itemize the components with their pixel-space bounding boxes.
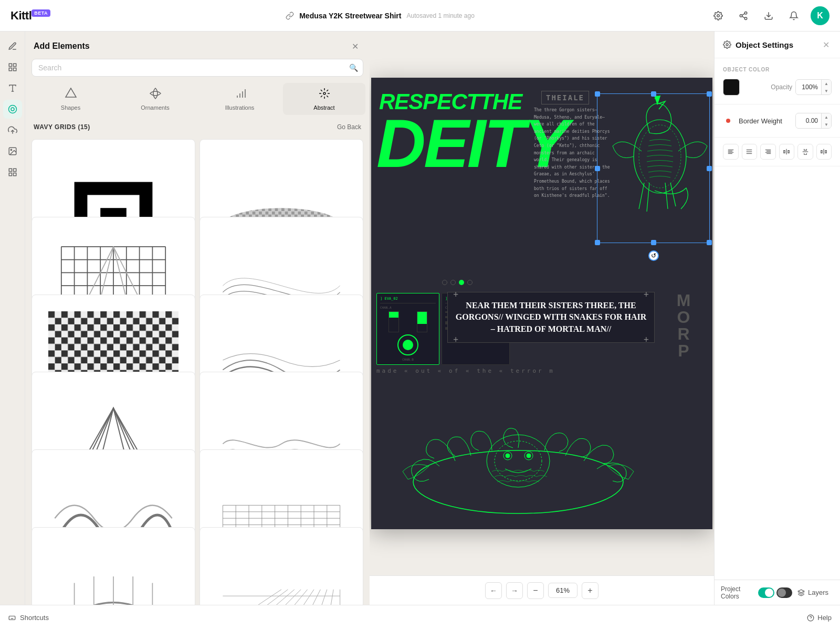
align-left-button[interactable] [723, 144, 739, 160]
svg-marker-121 [798, 590, 804, 593]
color-swatch[interactable] [723, 79, 740, 96]
design-canvas[interactable]: RESPECTTHE THEIALE DEITY The three Gorgo… [371, 78, 712, 529]
abstract-tab[interactable]: Abstract [283, 83, 365, 115]
ornaments-tab[interactable]: Ornaments [114, 83, 196, 115]
opacity-spinner: ▲ ▼ [821, 80, 831, 94]
svg-rect-8 [13, 64, 16, 66]
svg-point-97 [634, 120, 686, 193]
right-panel-close-button[interactable]: ✕ [820, 39, 832, 50]
align-bottom-button[interactable] [816, 144, 832, 160]
shortcuts-button[interactable]: Shortcuts [8, 614, 49, 622]
settings-icon[interactable] [710, 7, 727, 24]
dark-toggle-knob [778, 589, 786, 597]
border-dot-icon [723, 116, 733, 126]
search-input[interactable] [32, 59, 363, 77]
main-bottom-bar: Shortcuts Help [0, 605, 840, 630]
panel-title: Add Elements [34, 41, 90, 51]
prev-page-button[interactable]: ← [485, 582, 502, 599]
medusa-creature [376, 403, 660, 524]
dark-mode-toggle[interactable] [776, 587, 792, 598]
svg-point-22 [323, 92, 326, 94]
edit-tool[interactable] [3, 37, 22, 56]
right-bottom-bar: Project Colors Layers [715, 580, 840, 605]
element-item[interactable] [32, 527, 195, 605]
help-button[interactable]: Help [807, 614, 832, 622]
border-weight-control: ▲ ▼ [795, 113, 832, 129]
color-row: Opacity ▲ ▼ [723, 79, 832, 96]
download-icon[interactable] [760, 7, 777, 24]
shortcuts-label: Shortcuts [20, 614, 49, 622]
opacity-input[interactable] [796, 81, 821, 93]
topbar-center: Medusa Y2K Streetwear Shirt Autosaved 1 … [286, 12, 475, 20]
illustrations-icon [234, 87, 246, 102]
grid-tool[interactable] [3, 163, 22, 182]
text-tool[interactable] [3, 79, 22, 98]
element-item[interactable] [200, 527, 363, 605]
beta-badge: BETA [32, 9, 50, 17]
shapes-tab-label: Shapes [61, 104, 80, 111]
elements-tool[interactable] [3, 100, 22, 119]
svg-point-98 [639, 125, 681, 188]
panel-close-button[interactable]: ✕ [349, 40, 361, 52]
toggle-knob [765, 589, 773, 597]
align-right-button[interactable] [760, 144, 776, 160]
search-icon: 🔍 [349, 64, 358, 72]
canvas-bottom-bar: ← → − 61% + [370, 575, 714, 605]
svg-rect-18 [9, 169, 12, 171]
object-settings-label: Object Settings [736, 40, 793, 49]
illustrations-tab[interactable]: Illustrations [198, 83, 281, 115]
svg-point-13 [8, 106, 16, 113]
detail-text: THEIALE [541, 91, 589, 104]
opacity-decrease[interactable]: ▼ [822, 87, 831, 94]
opacity-increase[interactable]: ▲ [822, 80, 831, 87]
border-increase[interactable]: ▲ [822, 113, 831, 121]
border-weight-input[interactable] [796, 114, 821, 127]
shapes-tab[interactable]: Shapes [29, 83, 112, 115]
layers-label: Layers [808, 589, 828, 596]
user-avatar[interactable]: K [811, 6, 830, 25]
svg-point-100 [487, 435, 550, 487]
align-top-button[interactable] [779, 144, 795, 160]
border-decrease[interactable]: ▼ [822, 121, 831, 128]
zoom-level[interactable]: 61% [548, 583, 578, 598]
share-icon[interactable] [735, 7, 752, 24]
object-color-label: OBJECT COLOR [723, 67, 832, 72]
settings-panel-icon [723, 40, 731, 49]
svg-point-106 [726, 44, 728, 46]
align-center-h-button[interactable] [742, 144, 758, 160]
abstract-tab-label: Abstract [313, 104, 334, 111]
svg-rect-122 [9, 616, 15, 620]
right-panel: Object Settings ✕ OBJECT COLOR Opacity ▲… [714, 32, 840, 605]
next-page-button[interactable]: → [506, 582, 523, 599]
align-center-v-button[interactable] [797, 144, 813, 160]
object-color-section: OBJECT COLOR Opacity ▲ ▼ [715, 58, 840, 104]
layers-button[interactable]: Layers [792, 585, 834, 600]
topbar-right: K [710, 6, 830, 25]
abstract-icon [318, 87, 331, 102]
notification-icon[interactable] [785, 7, 802, 24]
project-title: Medusa Y2K Streetwear Shirt [299, 12, 401, 20]
main-area: Add Elements ✕ 🔍 Shapes Ornaments [0, 32, 840, 605]
project-colors-label: Project Colors [721, 585, 754, 600]
topbar: KittlBETA Medusa Y2K Streetwear Shirt Au… [0, 0, 840, 32]
link-icon [286, 12, 294, 20]
upload-tool[interactable] [3, 121, 22, 140]
project-colors-toggle[interactable] [758, 587, 774, 598]
svg-line-87 [275, 590, 308, 605]
svg-line-4 [742, 16, 744, 18]
right-panel-header: Object Settings ✕ [715, 32, 840, 58]
go-back-button[interactable]: Go Back [337, 123, 361, 131]
svg-point-0 [717, 14, 720, 17]
layers-tool[interactable] [3, 58, 22, 77]
zoom-out-button[interactable]: − [527, 582, 544, 599]
svg-point-105 [527, 454, 531, 458]
border-weight-label: Border Weight [739, 117, 790, 125]
zoom-in-button[interactable]: + [582, 582, 598, 599]
svg-rect-9 [9, 68, 12, 71]
lower-quote: NEAR THEM THEIR SISTERS THREE, THE GORGO… [447, 292, 655, 343]
app-logo[interactable]: KittlBETA [10, 9, 50, 23]
subcategory-label: WAVY GRIDS (15) [34, 123, 90, 131]
svg-point-14 [11, 108, 14, 111]
photo-tool[interactable] [3, 142, 22, 161]
category-tabs: Shapes Ornaments Illustrations Abstract [25, 83, 370, 115]
